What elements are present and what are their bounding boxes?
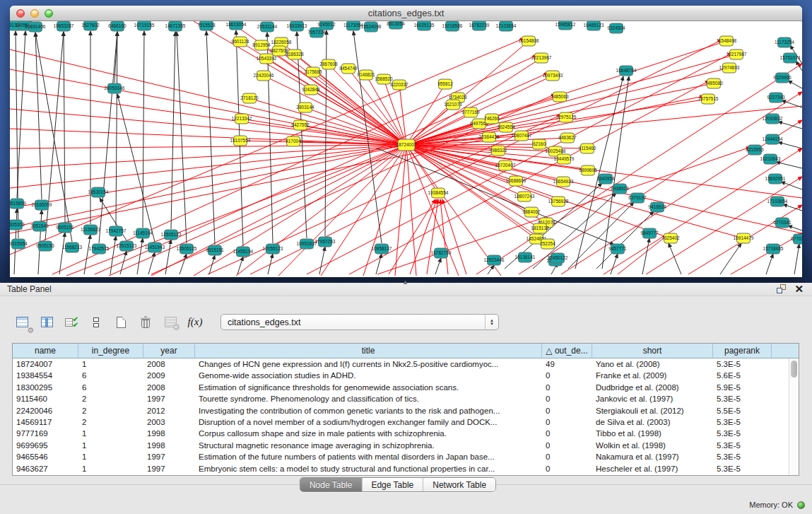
scrollbar-thumb[interactable] <box>791 361 797 378</box>
table-row[interactable]: 946362711997Embryonic stem cells: a mode… <box>13 463 799 474</box>
graph-node-label: 11451943 <box>145 245 165 250</box>
graph-edge[interactable] <box>406 145 536 239</box>
graph-edge[interactable] <box>117 94 155 242</box>
graph-node-label: 8215953 <box>746 147 764 152</box>
table-panel-header[interactable]: ▲ Table Panel ✕ <box>0 283 812 296</box>
table-row[interactable]: 1938455462009Genome-wide association stu… <box>13 370 799 381</box>
graph-edge[interactable] <box>10 145 406 148</box>
graph-edge[interactable] <box>268 254 273 274</box>
graph-edge[interactable] <box>137 238 143 274</box>
delete-column-button[interactable] <box>136 313 155 332</box>
graph-edge[interactable] <box>116 32 117 226</box>
function-builder-button[interactable]: f(x) <box>186 313 204 332</box>
graph-edge[interactable] <box>618 235 667 274</box>
table-settings-button[interactable]: ⚙ <box>13 313 31 332</box>
graph-edge[interactable] <box>788 226 802 230</box>
graph-edge[interactable] <box>442 199 466 274</box>
graph-edge[interactable] <box>35 33 42 199</box>
graph-edge[interactable] <box>794 244 799 274</box>
delete-table-button[interactable]: ✕ <box>161 313 180 332</box>
tab-network-table[interactable]: Network Table <box>423 478 495 491</box>
graph-node-label: 6379197 <box>628 195 647 200</box>
network-canvas[interactable]: 9313254140557242089140610653287152760264… <box>10 21 802 276</box>
graph-edge[interactable] <box>783 204 802 211</box>
table-row[interactable]: 2242004622012Investigating the contribut… <box>13 405 799 416</box>
table-cell: 1 <box>78 463 143 474</box>
graph-edge[interactable] <box>406 145 416 276</box>
graph-edge[interactable] <box>782 100 802 107</box>
graph-edge[interactable] <box>305 107 406 145</box>
graph-node-label: 14671355 <box>165 23 186 28</box>
graph-edge[interactable] <box>10 145 406 228</box>
tab-edge-table[interactable]: Edge Table <box>362 478 423 491</box>
graph-edge[interactable] <box>611 254 618 274</box>
graph-edge[interactable] <box>110 236 116 274</box>
tab-node-table[interactable]: Node Table <box>300 478 363 491</box>
network-window-titlebar[interactable]: citations_edges.txt <box>10 6 802 21</box>
table-row[interactable]: 1830029562008Estimation of significance … <box>13 382 799 393</box>
graph-edge[interactable] <box>321 145 406 276</box>
memory-status-indicator[interactable] <box>797 501 805 509</box>
graph-edge[interactable] <box>435 258 441 274</box>
graph-node-label: 12093832 <box>763 116 783 121</box>
graph-edge[interactable] <box>148 252 155 274</box>
column-header-indegree[interactable]: in_degree <box>78 344 143 358</box>
graph-edge[interactable] <box>642 238 649 274</box>
table-cell: 5.3E-5 <box>713 358 772 370</box>
row-height-button[interactable] <box>87 313 105 332</box>
table-row[interactable]: 1872400712008Changes of HCN gene express… <box>13 358 799 370</box>
splitter-grip-icon[interactable]: ▲ <box>402 279 408 286</box>
column-header-pagerank[interactable]: pagerank <box>713 344 772 358</box>
graph-node-label: 10958137 <box>372 246 392 251</box>
float-panel-icon[interactable] <box>777 284 786 293</box>
graph-edge[interactable] <box>206 31 215 245</box>
table-cell: 6 <box>78 382 143 393</box>
column-header-year[interactable]: year <box>143 344 195 358</box>
graph-node-label: 16933913 <box>287 23 307 28</box>
graph-edge[interactable] <box>778 142 802 148</box>
column-header-outde[interactable]: △ out_de... <box>542 344 592 358</box>
graph-edge[interactable] <box>84 235 90 274</box>
graph-edge[interactable] <box>35 33 72 242</box>
graph-edge[interactable] <box>476 64 802 274</box>
column-header-name[interactable]: name <box>13 344 78 358</box>
column-header-short[interactable]: short <box>592 344 713 358</box>
table-cell: 1997 <box>143 393 195 404</box>
graph-node-label: 18807243 <box>514 194 535 199</box>
graph-edge[interactable] <box>10 145 406 168</box>
graph-edge[interactable] <box>10 145 406 208</box>
graph-edge[interactable] <box>406 145 501 276</box>
graph-edge[interactable] <box>267 33 273 243</box>
table-vertical-scrollbar[interactable] <box>789 358 799 475</box>
table-row[interactable]: 911546021997Tourette syndrome. Phenomeno… <box>13 393 799 404</box>
graph-edge[interactable] <box>776 162 802 168</box>
graph-edge[interactable] <box>376 254 382 274</box>
graph-edge[interactable] <box>59 233 65 274</box>
graph-edge[interactable] <box>17 31 25 198</box>
close-panel-icon[interactable]: ✕ <box>794 284 804 293</box>
table-row[interactable]: 977716911998Corpus callosum shape and si… <box>13 428 799 439</box>
graph-edge[interactable] <box>180 254 187 274</box>
new-column-button[interactable] <box>112 313 130 332</box>
graph-edge[interactable] <box>568 202 634 269</box>
graph-edge[interactable] <box>440 199 448 274</box>
table-row[interactable]: 946554611997Estimation of the future num… <box>13 451 799 462</box>
graph-edge[interactable] <box>165 240 171 274</box>
graph-edge[interactable] <box>171 32 175 229</box>
graph-edge[interactable] <box>311 90 406 145</box>
graph-node-label: 16782239 <box>469 23 490 28</box>
graph-edge[interactable] <box>66 145 406 276</box>
graph-edge[interactable] <box>406 145 743 238</box>
table-row[interactable]: 969969511998Structural magnetic resonanc… <box>13 440 799 451</box>
graph-edge[interactable] <box>349 81 710 274</box>
graph-edge[interactable] <box>151 145 406 276</box>
table-selector-dropdown[interactable]: citations_edges.txt ▲▼ <box>220 314 499 330</box>
graph-edge[interactable] <box>177 32 187 243</box>
table-row[interactable]: 1456911722003Disruption of a novel membe… <box>13 416 799 428</box>
show-columns-button[interactable] <box>37 313 56 332</box>
select-columns-button[interactable]: ✔✔ <box>62 313 81 332</box>
graph-edge[interactable] <box>766 254 773 274</box>
column-header-title[interactable]: title <box>195 344 542 358</box>
graph-edge[interactable] <box>788 81 802 88</box>
graph-node-label: 20364436 <box>479 134 500 139</box>
